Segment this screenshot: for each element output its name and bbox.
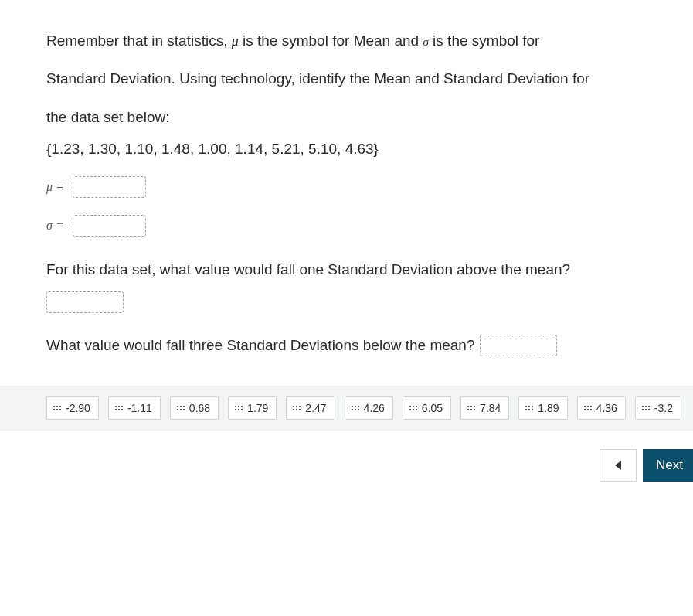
mu-label: μ = — [46, 180, 70, 194]
answer-tile-label: 1.89 — [538, 402, 559, 414]
answer-tile[interactable]: -1.11 — [108, 396, 161, 420]
grip-icon — [115, 406, 123, 410]
followup-2-row: What value would fall three Standard Dev… — [46, 335, 662, 356]
sigma-answer-row: σ = — [46, 215, 662, 237]
answer-tile[interactable]: 7.84 — [460, 396, 509, 420]
answer-tile-label: 2.47 — [305, 402, 326, 414]
intro-part-1b: is the symbol for Mean and — [239, 32, 423, 49]
grip-icon — [584, 406, 592, 410]
sigma-drop-target[interactable] — [73, 215, 146, 237]
answer-tile-label: -1.11 — [127, 402, 152, 414]
followup-1: For this data set, what value would fall… — [46, 258, 662, 281]
dataset-text: {1.23, 1.30, 1.10, 1.48, 1.00, 1.14, 5.2… — [46, 141, 662, 158]
chevron-left-icon — [615, 461, 621, 470]
followup-2-drop-target[interactable] — [480, 335, 557, 356]
answer-tile-tray: -2.90-1.110.681.792.474.266.057.841.894.… — [0, 386, 693, 431]
answer-tile[interactable]: -2.90 — [46, 396, 99, 420]
question-intro: Remember that in statistics, μ is the sy… — [46, 22, 662, 136]
answer-tile[interactable]: 2.47 — [286, 396, 335, 420]
grip-icon — [467, 406, 475, 410]
grip-icon — [293, 406, 301, 410]
followup-1-row — [46, 291, 662, 313]
answer-tile-label: 6.05 — [422, 402, 443, 414]
navigation-bar: Next — [0, 431, 693, 489]
mu-symbol: μ — [232, 33, 239, 49]
previous-button[interactable] — [600, 449, 637, 482]
answer-tile[interactable]: 0.68 — [170, 396, 219, 420]
grip-icon — [409, 406, 417, 410]
mu-drop-target[interactable] — [73, 176, 146, 198]
answer-tile-label: -3.2 — [654, 402, 673, 414]
intro-part-2: Standard Deviation. Using technology, id… — [46, 70, 589, 87]
answer-tile-label: 4.26 — [364, 402, 385, 414]
answer-tile[interactable]: 1.89 — [518, 396, 567, 420]
grip-icon — [53, 406, 61, 410]
answer-tile[interactable]: 6.05 — [403, 396, 451, 420]
intro-part-1a: Remember that in statistics, — [46, 32, 232, 49]
grip-icon — [235, 406, 243, 410]
grip-icon — [352, 406, 359, 410]
answer-tile-label: 7.84 — [480, 402, 501, 414]
answer-tile[interactable]: 1.79 — [228, 396, 277, 420]
answer-tile[interactable]: -3.2 — [635, 396, 681, 420]
followup-2: What value would fall three Standard Dev… — [46, 337, 475, 354]
answer-tile-label: 1.79 — [247, 402, 268, 414]
grip-icon — [642, 406, 650, 410]
answer-tile-label: 4.36 — [596, 402, 617, 414]
grip-icon — [177, 406, 185, 410]
answer-tile-label: 0.68 — [189, 402, 210, 414]
sigma-symbol: σ — [423, 36, 428, 48]
intro-part-1c: is the symbol for — [429, 32, 540, 49]
question-body: Remember that in statistics, μ is the sy… — [0, 0, 693, 372]
intro-part-3: the data set below: — [46, 109, 170, 125]
sigma-label: σ = — [46, 219, 70, 233]
answer-tile[interactable]: 4.36 — [577, 396, 626, 420]
next-button[interactable]: Next — [643, 449, 693, 482]
grip-icon — [525, 406, 533, 410]
mu-answer-row: μ = — [46, 176, 662, 198]
followup-1-drop-target[interactable] — [46, 291, 124, 313]
answer-tile[interactable]: 4.26 — [345, 396, 393, 420]
answer-tile-label: -2.90 — [66, 402, 90, 414]
next-button-label: Next — [656, 458, 683, 473]
